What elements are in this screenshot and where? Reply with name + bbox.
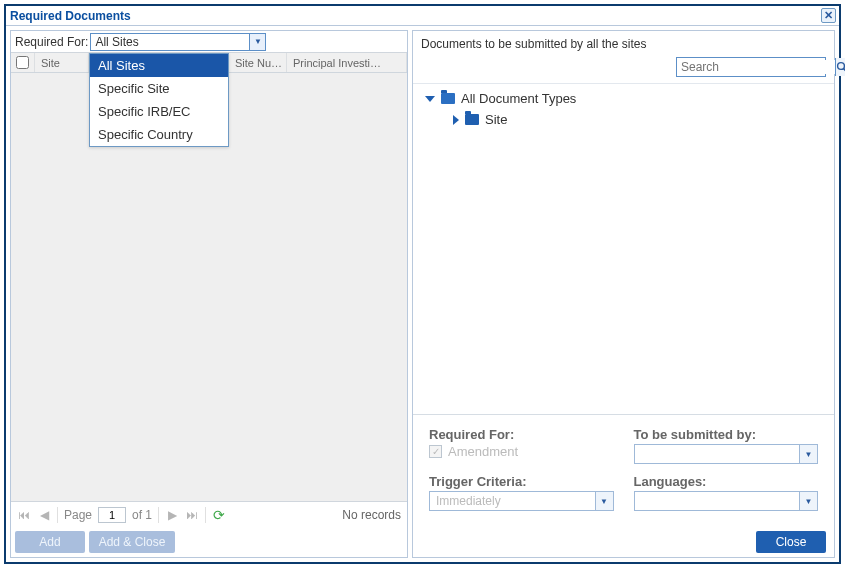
page-label: Page xyxy=(64,508,92,522)
right-footer: Close xyxy=(413,527,834,557)
close-icon[interactable]: ✕ xyxy=(821,8,836,23)
languages-label: Languages: xyxy=(634,474,819,489)
amendment-label: Amendment xyxy=(448,444,518,459)
chevron-down-icon[interactable]: ▼ xyxy=(799,445,817,463)
chevron-right-icon[interactable] xyxy=(453,115,459,125)
search-row xyxy=(413,55,834,83)
detail-required-for-label: Required For: xyxy=(429,427,614,442)
column-site[interactable]: Site xyxy=(35,53,89,72)
folder-open-icon xyxy=(441,93,455,104)
dropdown-option-specific-country[interactable]: Specific Country xyxy=(90,123,228,146)
required-for-dropdown[interactable]: All Sites Specific Site Specific IRB/EC … xyxy=(89,53,229,147)
tree-root-label: All Document Types xyxy=(461,91,576,106)
chevron-down-icon[interactable]: ▼ xyxy=(595,492,613,510)
close-button[interactable]: Close xyxy=(756,531,826,553)
dropdown-option-specific-site[interactable]: Specific Site xyxy=(90,77,228,100)
window-title: Required Documents xyxy=(10,9,131,23)
page-number-input[interactable] xyxy=(98,507,126,523)
separator xyxy=(205,507,206,523)
search-input[interactable] xyxy=(677,60,835,74)
trigger-criteria-value: Immediately xyxy=(430,494,595,508)
right-panel-heading: Documents to be submitted by all the sit… xyxy=(413,31,834,55)
trigger-criteria-block: Trigger Criteria: Immediately ▼ xyxy=(429,474,614,511)
search-box[interactable] xyxy=(676,57,826,77)
paging-status: No records xyxy=(342,508,401,522)
submitted-by-block: To be submitted by: ▼ xyxy=(634,427,819,464)
document-type-tree: All Document Types Site xyxy=(413,83,834,414)
detail-area: Required For: ✓ Amendment To be submitte… xyxy=(413,414,834,527)
languages-select[interactable]: ▼ xyxy=(634,491,819,511)
dialog-body: Required For: ▼ All Sites Specific Site … xyxy=(6,26,839,562)
required-for-block: Required For: ✓ Amendment xyxy=(429,427,614,464)
required-for-input[interactable] xyxy=(91,34,249,50)
tree-root-row[interactable]: All Document Types xyxy=(425,88,822,109)
required-documents-dialog: Required Documents ✕ Required For: ▼ All… xyxy=(4,4,841,564)
svg-point-0 xyxy=(838,63,845,70)
tree-child-label: Site xyxy=(485,112,507,127)
page-of-label: of 1 xyxy=(132,508,152,522)
separator xyxy=(57,507,58,523)
folder-icon xyxy=(465,114,479,125)
column-principal-investigator[interactable]: Principal Investi… xyxy=(287,53,407,72)
select-all-checkbox[interactable] xyxy=(16,56,29,69)
add-button[interactable]: Add xyxy=(15,531,85,553)
chevron-down-icon[interactable]: ▼ xyxy=(799,492,817,510)
column-select-all[interactable] xyxy=(11,53,35,72)
required-for-label: Required For: xyxy=(15,35,88,49)
tree-child-row[interactable]: Site xyxy=(425,109,822,130)
titlebar: Required Documents ✕ xyxy=(6,6,839,26)
last-page-icon[interactable]: ⏭ xyxy=(185,508,199,522)
amendment-row: ✓ Amendment xyxy=(429,444,614,459)
trigger-criteria-label: Trigger Criteria: xyxy=(429,474,614,489)
dropdown-option-specific-irb-ec[interactable]: Specific IRB/EC xyxy=(90,100,228,123)
add-and-close-button[interactable]: Add & Close xyxy=(89,531,175,553)
left-panel: Required For: ▼ All Sites Specific Site … xyxy=(10,30,408,558)
separator xyxy=(158,507,159,523)
chevron-down-icon[interactable] xyxy=(425,96,435,102)
refresh-icon[interactable]: ⟳ xyxy=(212,508,226,522)
right-panel: Documents to be submitted by all the sit… xyxy=(412,30,835,558)
required-for-combo[interactable]: ▼ xyxy=(90,33,266,51)
search-icon[interactable] xyxy=(835,58,845,76)
filter-row: Required For: ▼ xyxy=(11,31,407,53)
first-page-icon[interactable]: ⏮ xyxy=(17,508,31,522)
dropdown-option-all-sites[interactable]: All Sites xyxy=(90,54,228,77)
languages-block: Languages: ▼ xyxy=(634,474,819,511)
trigger-criteria-select[interactable]: Immediately ▼ xyxy=(429,491,614,511)
column-site-number[interactable]: Site Nu… xyxy=(229,53,287,72)
next-page-icon[interactable]: ▶ xyxy=(165,508,179,522)
submitted-by-select[interactable]: ▼ xyxy=(634,444,819,464)
chevron-down-icon[interactable]: ▼ xyxy=(249,34,265,50)
prev-page-icon[interactable]: ◀ xyxy=(37,508,51,522)
submitted-by-label: To be submitted by: xyxy=(634,427,819,442)
amendment-checkbox[interactable]: ✓ xyxy=(429,445,442,458)
paging-toolbar: ⏮ ◀ Page of 1 ▶ ⏭ ⟳ No records xyxy=(11,501,407,527)
left-footer: Add Add & Close xyxy=(11,527,407,557)
